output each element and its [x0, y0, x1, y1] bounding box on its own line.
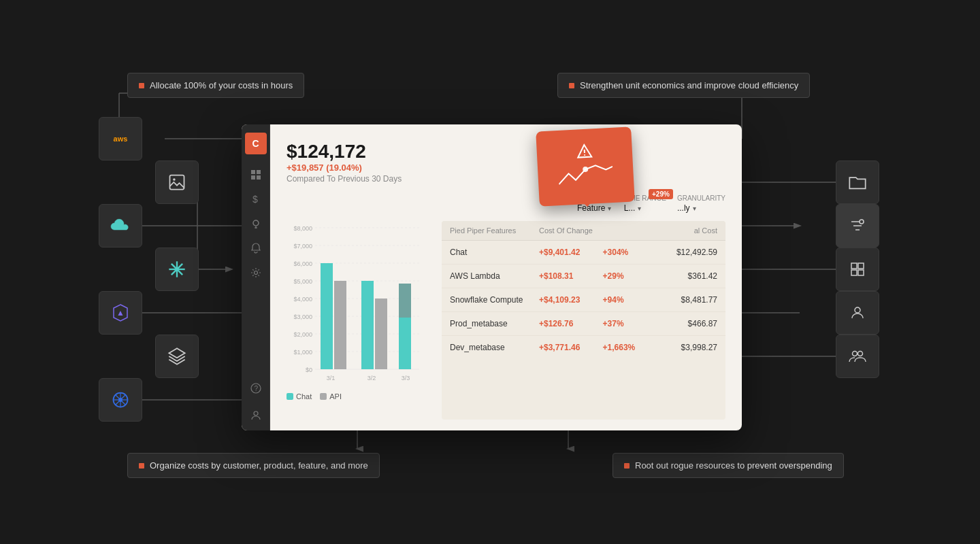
td-feature-3: Prod_metabase [450, 319, 539, 328]
svg-rect-83 [334, 281, 346, 369]
svg-rect-43 [858, 263, 864, 269]
granularity-label: Granularity [677, 194, 725, 202]
svg-point-23 [173, 178, 175, 181]
icon-kubernetes[interactable] [99, 378, 142, 422]
svg-rect-54 [251, 175, 255, 180]
td-feature-2: Snowflake Compute [450, 295, 539, 305]
table-header: Pied Piper Features Cost Of Change al Co… [442, 221, 725, 241]
td-cost-0: +$9,401.42 [539, 248, 603, 257]
svg-rect-55 [257, 175, 261, 180]
svg-marker-31 [169, 348, 184, 358]
dashboard-card: C $ [242, 124, 742, 430]
icon-aws[interactable]: aws [99, 117, 142, 160]
nav-icon-grid[interactable] [246, 165, 265, 184]
svg-rect-44 [851, 270, 857, 275]
chart-area: $8,000 $7,000 $6,000 $5,000 $4,000 $3,00… [287, 221, 725, 420]
tooltip-bottom-right: Root out rogue resources to prevent over… [612, 453, 844, 478]
svg-rect-82 [321, 263, 333, 369]
nav-sidebar: C $ [242, 124, 270, 430]
controls-row: Group By Feature ▾ Time Range L... ▾ +29… [287, 194, 725, 213]
granularity-control[interactable]: Granularity ...ly ▾ [677, 194, 725, 213]
th-feature: Pied Piper Features [450, 226, 539, 235]
td-total-0: $12,492.59 [653, 248, 717, 257]
svg-point-60 [254, 271, 257, 275]
icon-snowflake[interactable] [155, 248, 199, 291]
svg-text:$6,000: $6,000 [293, 260, 312, 267]
icon-layers[interactable] [155, 335, 199, 378]
td-pct-2: +94% [603, 295, 654, 305]
svg-rect-85 [375, 299, 387, 369]
svg-text:3/3: 3/3 [402, 375, 410, 381]
td-pct-3: +37% [603, 319, 654, 328]
svg-text:$2,000: $2,000 [293, 331, 312, 338]
th-pct [603, 226, 654, 235]
svg-rect-22 [170, 175, 184, 190]
table-row: AWS Lambda +$108.31 +29% $361.42 [442, 265, 725, 288]
tooltip-top-left: Allocate 100% of your costs in hours [127, 73, 304, 98]
td-cost-2: +$4,109.23 [539, 295, 603, 305]
td-total-2: $8,481.77 [653, 295, 717, 305]
main-content: $124,172 +$19,857 (19.04%) Compared To P… [270, 124, 742, 430]
svg-rect-87 [399, 284, 411, 318]
tooltip-top-left-text: Allocate 100% of your costs in hours [150, 80, 293, 90]
icon-image[interactable] [155, 160, 199, 204]
icon-grid[interactable] [836, 248, 879, 291]
nav-icon-gear[interactable] [246, 263, 265, 282]
icon-folder[interactable] [836, 160, 879, 204]
td-pct-0: +304% [603, 248, 654, 257]
tooltip-dot-3 [139, 463, 144, 469]
nav-icon-bell[interactable] [246, 239, 265, 258]
chart-legend: Chat API [287, 392, 436, 401]
legend-api: API [320, 392, 342, 401]
icon-list-filter[interactable] [836, 204, 879, 248]
svg-point-46 [855, 307, 860, 313]
svg-text:$8,000: $8,000 [293, 225, 312, 232]
nav-logo[interactable]: C [245, 133, 267, 154]
td-feature-4: Dev_metabase [450, 343, 539, 352]
td-total-4: $3,998.27 [653, 343, 717, 352]
icon-terraform[interactable]: ▲ [99, 291, 142, 335]
nav-icon-bulb[interactable] [246, 214, 265, 233]
svg-text:$: $ [252, 194, 258, 205]
tooltip-top-right-text: Strengthen unit economics and improve cl… [580, 80, 798, 90]
tooltip-dot-2 [569, 83, 574, 88]
table-row: Chat +$9,401.42 +304% $12,492.59 [442, 241, 725, 265]
td-feature-1: AWS Lambda [450, 271, 539, 281]
time-range-value[interactable]: L... ▾ [624, 203, 666, 213]
tooltip-dot [139, 83, 144, 88]
icon-user[interactable] [836, 291, 879, 335]
svg-rect-45 [858, 270, 864, 275]
td-total-1: $361.42 [653, 271, 717, 281]
alert-badge [536, 126, 635, 206]
table-row: Prod_metabase +$126.76 +37% $466.87 [442, 312, 725, 336]
svg-rect-53 [257, 170, 261, 174]
svg-point-57 [253, 220, 259, 226]
svg-text:?: ? [254, 385, 258, 392]
cost-compared: Compared To Previous 30 Days [287, 174, 725, 184]
td-cost-4: +$3,771.46 [539, 343, 603, 352]
svg-text:$7,000: $7,000 [293, 243, 312, 250]
tooltip-bottom-right-text: Root out rogue resources to prevent over… [635, 460, 832, 471]
th-cost-change: Cost Of Change [539, 226, 603, 235]
granularity-value[interactable]: ...ly ▾ [677, 203, 725, 213]
nav-icon-question[interactable]: ? [246, 379, 265, 398]
svg-point-50 [584, 154, 585, 156]
td-cost-3: +$126.76 [539, 319, 603, 328]
cost-change: +$19,857 (19.04%) [287, 163, 725, 173]
bar-chart: $8,000 $7,000 $6,000 $5,000 $4,000 $3,00… [287, 221, 436, 420]
percent-badge: +29% [649, 189, 673, 199]
nav-icon-dollar[interactable]: $ [246, 190, 265, 209]
svg-rect-42 [851, 263, 857, 269]
icon-cloud[interactable] [99, 204, 142, 248]
nav-icon-user[interactable] [246, 406, 265, 425]
icon-users[interactable] [836, 335, 879, 378]
cost-amount: $124,172 [287, 141, 725, 163]
svg-point-37 [118, 398, 122, 402]
tooltip-dot-4 [624, 463, 630, 469]
legend-chat: Chat [287, 392, 312, 401]
tooltip-top-right: Strengthen unit economics and improve cl… [557, 73, 810, 98]
svg-text:3/1: 3/1 [327, 375, 336, 381]
svg-text:$4,000: $4,000 [293, 296, 312, 303]
data-table: Pied Piper Features Cost Of Change al Co… [442, 221, 725, 420]
svg-point-41 [860, 220, 864, 224]
